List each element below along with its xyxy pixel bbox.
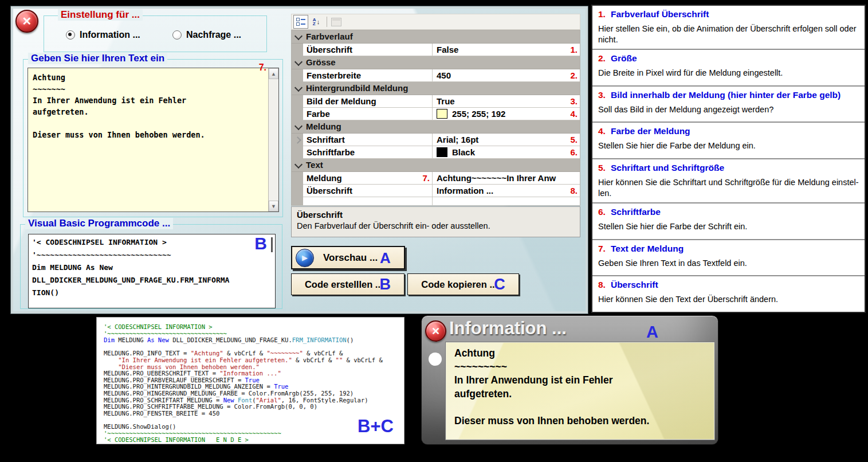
- category-label: Grösse: [304, 56, 336, 69]
- chevron-down-icon: [294, 58, 303, 66]
- property-value: 450: [437, 71, 451, 80]
- property-badge: 8.: [570, 185, 578, 197]
- message-scrollbar[interactable]: ▲ ▼: [268, 68, 278, 212]
- alphabetical-sort-icon[interactable]: AZ↓: [309, 15, 323, 28]
- property-name-cell[interactable]: Meldung7.: [303, 172, 433, 185]
- property-row[interactable]: Bild der MeldungTrue3.: [292, 95, 580, 108]
- category-label: Farbverlauf: [304, 30, 353, 43]
- preview-button-label: Vorschau ...: [323, 252, 378, 264]
- preview-message-box: Achtung ~~~~~~~~~ In Ihrer Anwendung ist…: [446, 342, 714, 440]
- property-row[interactable]: Meldung7.Achtung~~~~~~~In Ihrer Anw: [292, 172, 580, 185]
- row-indent: [292, 185, 303, 197]
- property-value-cell[interactable]: Arial; 16pt5.: [433, 134, 580, 146]
- vb-code-box[interactable]: '< CODESCHNIPSEL INFORMATION >'~~~~~~~~~…: [28, 234, 276, 308]
- preview-close-icon[interactable]: ✕: [425, 320, 446, 342]
- property-badge: 6.: [570, 146, 578, 158]
- property-category-row[interactable]: Grösse: [292, 56, 580, 69]
- property-category-row[interactable]: Meldung: [292, 120, 580, 134]
- scroll-up-icon[interactable]: ▲: [269, 68, 278, 79]
- vb-code-groupbox: Visual Basic Programmcode ... '< CODESCH…: [20, 224, 282, 309]
- property-value: Black: [452, 147, 475, 157]
- settings-group-title: Einstellung für ...: [58, 9, 143, 21]
- radio-nachfrage[interactable]: Nachfrage ...: [172, 30, 241, 40]
- scroll-down-icon[interactable]: ▼: [269, 201, 278, 212]
- preview-message-text: Achtung ~~~~~~~~~ In Ihrer Anwendung ist…: [454, 347, 706, 428]
- radio-information[interactable]: Information ...: [66, 30, 140, 40]
- create-code-button[interactable]: Code erstelllen ... B: [291, 273, 404, 295]
- category-label: Hintergrundbild Meldung: [304, 82, 408, 95]
- property-category-row[interactable]: Hintergrundbild Meldung: [292, 82, 580, 95]
- radio-nachfrage-label: Nachfrage ...: [186, 30, 241, 40]
- message-line: Dieser muss von Ihnen behoben werden.: [33, 129, 264, 140]
- vb-scrollbar[interactable]: [271, 237, 273, 252]
- property-value-cell[interactable]: 255; 255; 1924.: [433, 108, 580, 120]
- close-icon[interactable]: ✕: [15, 10, 38, 33]
- preview-button[interactable]: ▶ Vorschau ... A: [291, 246, 405, 269]
- help-item-description: Soll das Bild in der Meldung angezeigt w…: [598, 104, 859, 115]
- help-item-number: 8.: [598, 280, 606, 289]
- property-name-cell[interactable]: Fensterbreite: [303, 69, 433, 82]
- property-row[interactable]: ÜberschriftInformation ...8.: [292, 185, 580, 197]
- property-row[interactable]: SchriftartArial; 16pt5.: [292, 134, 580, 146]
- play-glyph: ▶: [302, 253, 308, 262]
- help-item-title: 3.Bild innerhalb der Meldung (hier hinte…: [598, 89, 859, 101]
- help-item-name: Farbverlauf Überschrift: [611, 9, 709, 19]
- property-grid-toolbar: AZ↓: [291, 14, 580, 30]
- property-value: False: [437, 45, 458, 54]
- property-value-cell[interactable]: False1.: [433, 44, 580, 56]
- property-value-cell[interactable]: Black6.: [433, 146, 580, 159]
- chevron-down-icon: [294, 160, 303, 169]
- help-item: 6.SchriftfarbeStellen Sie hier die Farbe…: [592, 203, 865, 240]
- row-indent: [292, 134, 303, 146]
- property-row[interactable]: ÜberschriftFalse1.: [292, 44, 580, 56]
- property-pages-icon[interactable]: [329, 15, 343, 28]
- vb-code-line: '< CODESCHNIPSEL INFORMATION >: [32, 236, 272, 249]
- property-name-cell[interactable]: Schriftart: [303, 134, 433, 146]
- copy-code-button[interactable]: Code kopieren ... C: [407, 273, 519, 295]
- code-line: '< CODESCHNIPSEL INFORMATION E N D E >: [104, 437, 404, 444]
- row-indent: [292, 172, 303, 185]
- vb-code-line: Dim MELDUNG As New: [32, 261, 272, 274]
- row-indent: [292, 108, 303, 120]
- property-value-cell[interactable]: True3.: [433, 95, 580, 108]
- property-row[interactable]: Fensterbreite4502.: [292, 69, 580, 82]
- az-glyph: AZ↓: [313, 18, 320, 26]
- property-row[interactable]: SchriftfarbeBlack6.: [292, 146, 580, 159]
- property-badge: 7.: [422, 172, 430, 184]
- code-snippet-badge: B+C: [358, 416, 394, 437]
- property-name: Überschrift: [307, 45, 352, 54]
- help-item-number: 4.: [598, 126, 606, 136]
- property-category-row[interactable]: Text: [292, 159, 580, 172]
- help-item-title: 6.Schriftfarbe: [598, 206, 859, 218]
- property-value-cell[interactable]: Information ...8.: [433, 185, 580, 197]
- help-item: 7.Text der MeldungGeben Sie Ihren Text i…: [592, 240, 865, 277]
- property-name-cell[interactable]: Bild der Meldung: [303, 95, 433, 108]
- property-name-cell[interactable]: Farbe: [303, 108, 433, 120]
- help-item-name: Text der Meldung: [611, 244, 684, 253]
- property-name-cell[interactable]: Überschrift: [303, 44, 433, 56]
- settings-groupbox: Einstellung für ... Information ... Nach…: [44, 15, 267, 52]
- category-label: Text: [304, 159, 323, 171]
- play-icon: ▶: [296, 249, 314, 267]
- property-row[interactable]: Farbe255; 255; 1924.: [292, 108, 580, 120]
- help-item-name: Schriftart und Schriftgröße: [611, 163, 724, 173]
- property-category-row[interactable]: Farbverlauf: [292, 30, 580, 44]
- copy-code-button-badge: C: [494, 277, 505, 292]
- property-value-cell[interactable]: 4502.: [433, 69, 580, 82]
- help-item-title: 5.Schriftart und Schriftgröße: [598, 162, 859, 174]
- message-text-group-title: Geben Sie hier Ihren Text ein: [28, 53, 167, 64]
- help-item-name: Größe: [611, 53, 637, 63]
- categorized-icon[interactable]: [293, 15, 308, 29]
- radio-information-label: Information ...: [80, 30, 140, 40]
- message-line: aufgetreten.: [33, 106, 264, 118]
- property-value-cell[interactable]: Achtung~~~~~~~In Ihrer Anw: [433, 172, 580, 185]
- property-name-cell[interactable]: Schriftfarbe: [303, 146, 433, 159]
- grid-remainder: [292, 197, 580, 205]
- property-name-cell[interactable]: Überschrift: [303, 185, 433, 197]
- property-badge: 5.: [570, 134, 578, 146]
- property-name: Fensterbreite: [307, 71, 361, 80]
- screen: ✕ Einstellung für ... Information ... Na…: [0, 0, 868, 462]
- message-textarea[interactable]: Achtung~~~~~~~In Ihrer Anwendung ist ein…: [28, 68, 279, 212]
- property-value: True: [437, 96, 455, 106]
- scroll-up-glyph: ▲: [271, 71, 276, 77]
